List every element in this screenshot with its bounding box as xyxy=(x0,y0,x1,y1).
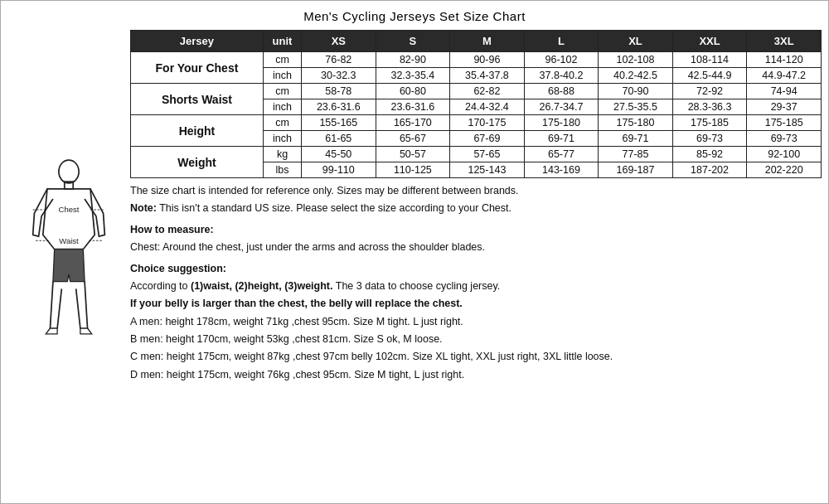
notes-section: The size chart is intended for reference… xyxy=(130,183,822,385)
data-cell-xxxl: 29-37 xyxy=(747,99,822,115)
data-cell-xl: 69-71 xyxy=(599,131,673,147)
data-cell-l: 65-77 xyxy=(524,147,599,162)
data-cell-m: 90-96 xyxy=(450,52,525,68)
how-to-measure-title: How to measure: xyxy=(130,222,822,238)
unit-cell: cm xyxy=(263,115,301,131)
section-label-1: Shorts Waist xyxy=(131,84,264,115)
table-row: Weightkg45-5050-5757-6565-7777-8585-9292… xyxy=(131,147,822,162)
body-figure: Chest Waist xyxy=(19,156,119,371)
data-cell-xxxl: 202-220 xyxy=(747,162,822,178)
data-cell-xl: 175-180 xyxy=(599,115,673,131)
data-cell-xs: 99-110 xyxy=(302,162,376,178)
data-cell-xxl: 72-92 xyxy=(672,84,747,99)
data-cell-s: 165-170 xyxy=(376,115,450,131)
data-cell-m: 62-82 xyxy=(450,84,525,99)
unit-cell: inch xyxy=(263,131,301,147)
table-row: For Your Chestcm76-8282-9090-9696-102102… xyxy=(131,52,822,68)
data-cell-xs: 45-50 xyxy=(302,147,376,162)
data-cell-l: 69-71 xyxy=(524,131,599,147)
how-chest-line: Chest: Around the chest, just under the … xyxy=(130,240,822,255)
data-cell-xxl: 85-92 xyxy=(672,147,747,162)
data-cell-m: 57-65 xyxy=(450,147,525,162)
data-cell-xs: 61-65 xyxy=(302,131,376,147)
data-cell-xxl: 108-114 xyxy=(672,52,747,68)
col-jersey: Jersey xyxy=(131,31,264,52)
table-row: Heightcm155-165165-170170-175175-180175-… xyxy=(131,115,822,131)
data-cell-l: 96-102 xyxy=(524,52,599,68)
col-l: L xyxy=(524,31,599,52)
data-cell-xxxl: 175-185 xyxy=(747,115,822,131)
data-cell-xl: 70-90 xyxy=(599,84,673,99)
data-cell-xxl: 69-73 xyxy=(672,131,747,147)
col-m: M xyxy=(450,31,525,52)
data-cell-s: 60-80 xyxy=(376,84,450,99)
size-table: Jersey unit XS S M L XL XXL 3XL For Your… xyxy=(130,30,822,178)
data-cell-xxl: 28.3-36.3 xyxy=(672,99,747,115)
unit-cell: inch xyxy=(263,99,301,115)
section-label-3: Weight xyxy=(131,147,264,178)
data-cell-xl: 27.5-35.5 xyxy=(599,99,673,115)
col-xxl: XXL xyxy=(672,31,747,52)
data-cell-m: 35.4-37.8 xyxy=(450,68,525,84)
chest-label: Chest xyxy=(59,205,80,214)
data-cell-xl: 102-108 xyxy=(599,52,673,68)
example-b: B men: height 170cm, weight 53kg ,chest … xyxy=(130,332,822,347)
col-xl: XL xyxy=(599,31,673,52)
note-line-1: The size chart is intended for reference… xyxy=(130,183,822,199)
example-c: C men: height 175cm, weight 87kg ,chest … xyxy=(130,349,822,365)
unit-cell: cm xyxy=(263,52,301,68)
section-label-2: Height xyxy=(131,115,264,147)
col-unit: unit xyxy=(263,31,301,52)
choice-line-1: According to (1)waist, (2)height, (3)wei… xyxy=(130,279,822,294)
example-d: D men: height 175cm, weight 76kg ,chest … xyxy=(130,367,822,383)
data-cell-m: 170-175 xyxy=(450,115,525,131)
data-cell-xl: 40.2-42.5 xyxy=(599,68,673,84)
svg-point-0 xyxy=(59,160,79,183)
data-cell-s: 50-57 xyxy=(376,147,450,162)
choice-suggestion-title: Choice suggestion: xyxy=(130,261,822,277)
col-s: S xyxy=(376,31,450,52)
data-cell-xxxl: 69-73 xyxy=(747,131,822,147)
data-cell-xl: 169-187 xyxy=(599,162,673,178)
example-a: A men: height 178cm, weight 71kg ,chest … xyxy=(130,314,822,330)
data-cell-xs: 76-82 xyxy=(302,52,376,68)
data-cell-m: 67-69 xyxy=(450,131,525,147)
data-cell-s: 82-90 xyxy=(376,52,450,68)
data-cell-l: 37.8-40.2 xyxy=(524,68,599,84)
data-cell-s: 65-67 xyxy=(376,131,450,147)
data-cell-xxxl: 92-100 xyxy=(747,147,822,162)
data-cell-l: 68-88 xyxy=(524,84,599,99)
col-xs: XS xyxy=(302,31,376,52)
data-cell-xs: 23.6-31.6 xyxy=(302,99,376,115)
data-cell-xxxl: 114-120 xyxy=(747,52,822,68)
data-cell-xxxl: 44.9-47.2 xyxy=(747,68,822,84)
data-cell-s: 110-125 xyxy=(376,162,450,178)
data-cell-s: 32.3-35.4 xyxy=(376,68,450,84)
unit-cell: inch xyxy=(263,68,301,84)
data-cell-l: 143-169 xyxy=(524,162,599,178)
data-cell-xxl: 187-202 xyxy=(672,162,747,178)
data-cell-xs: 30-32.3 xyxy=(302,68,376,84)
page-title: Men's Cycling Jerseys Set Size Chart xyxy=(303,9,526,23)
data-cell-xxl: 42.5-44.9 xyxy=(672,68,747,84)
note-line-2: Note: This isn't a standard US size. Ple… xyxy=(130,201,822,216)
data-cell-s: 23.6-31.6 xyxy=(376,99,450,115)
data-cell-xs: 155-165 xyxy=(302,115,376,131)
data-cell-l: 26.7-34.7 xyxy=(524,99,599,115)
data-cell-m: 125-143 xyxy=(450,162,525,178)
unit-cell: kg xyxy=(263,147,301,162)
figure-area: Chest Waist xyxy=(7,30,130,497)
data-cell-xxxl: 74-94 xyxy=(747,84,822,99)
choice-line-2: If your belly is larger than the chest, … xyxy=(130,296,822,312)
data-cell-xs: 58-78 xyxy=(302,84,376,99)
unit-cell: lbs xyxy=(263,162,301,178)
col-3xl: 3XL xyxy=(747,31,822,52)
table-row: Shorts Waistcm58-7860-8062-8268-8870-907… xyxy=(131,84,822,99)
data-cell-m: 24.4-32.4 xyxy=(450,99,525,115)
data-cell-xl: 77-85 xyxy=(599,147,673,162)
data-cell-xxl: 175-185 xyxy=(672,115,747,131)
section-label-0: For Your Chest xyxy=(131,52,264,84)
data-cell-l: 175-180 xyxy=(524,115,599,131)
unit-cell: cm xyxy=(263,84,301,99)
waist-label: Waist xyxy=(59,235,79,245)
